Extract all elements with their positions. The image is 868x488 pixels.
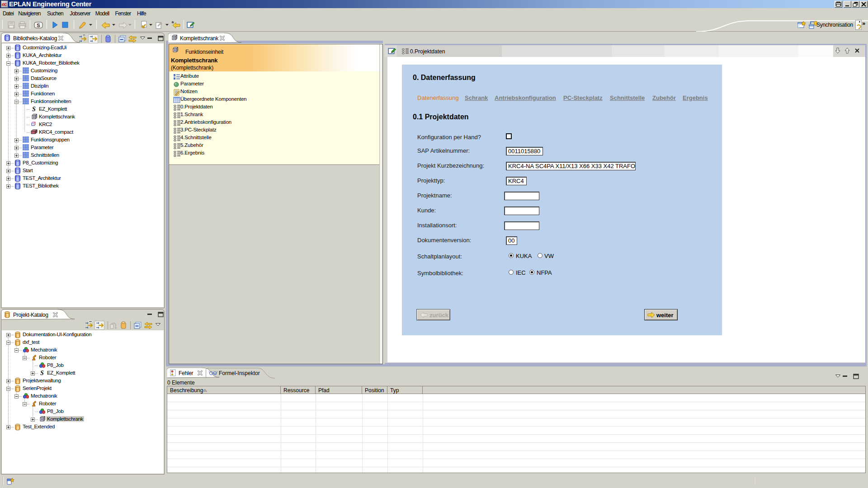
svg-text:S: S	[37, 23, 40, 28]
svg-text:∞: ∞	[214, 372, 216, 375]
svg-text:S: S	[40, 370, 44, 376]
svg-text:S: S	[32, 106, 36, 112]
